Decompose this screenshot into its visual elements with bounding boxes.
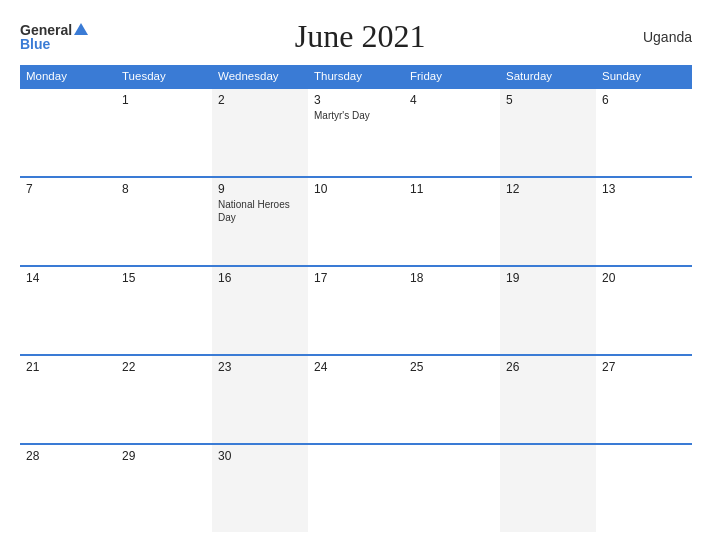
day-number: 27 (602, 360, 686, 374)
calendar-cell: 11 (404, 178, 500, 265)
calendar-event: Martyr's Day (314, 110, 370, 121)
day-number: 16 (218, 271, 302, 285)
page: General Blue June 2021 Uganda MondayTues… (0, 0, 712, 550)
calendar-cell: 24 (308, 356, 404, 443)
calendar-header-cell: Saturday (500, 65, 596, 87)
calendar-cell: 1 (116, 89, 212, 176)
day-number: 11 (410, 182, 494, 196)
day-number: 5 (506, 93, 590, 107)
calendar-cell: 3Martyr's Day (308, 89, 404, 176)
calendar-cell: 29 (116, 445, 212, 532)
calendar-body: 123Martyr's Day456789National Heroes Day… (20, 87, 692, 532)
calendar-cell: 30 (212, 445, 308, 532)
day-number: 23 (218, 360, 302, 374)
calendar-week: 123Martyr's Day456 (20, 87, 692, 176)
day-number: 7 (26, 182, 110, 196)
calendar-cell: 6 (596, 89, 692, 176)
calendar-cell: 16 (212, 267, 308, 354)
day-number: 20 (602, 271, 686, 285)
logo-general-text: General (20, 23, 72, 37)
day-number: 10 (314, 182, 398, 196)
day-number: 25 (410, 360, 494, 374)
calendar-cell: 10 (308, 178, 404, 265)
day-number: 26 (506, 360, 590, 374)
calendar-week: 21222324252627 (20, 354, 692, 443)
calendar-header-row: MondayTuesdayWednesdayThursdayFridaySatu… (20, 65, 692, 87)
day-number: 12 (506, 182, 590, 196)
calendar-header-cell: Sunday (596, 65, 692, 87)
calendar-cell: 28 (20, 445, 116, 532)
calendar-cell: 21 (20, 356, 116, 443)
calendar-cell: 18 (404, 267, 500, 354)
calendar-cell: 5 (500, 89, 596, 176)
logo-blue-text: Blue (20, 37, 50, 51)
day-number: 19 (506, 271, 590, 285)
day-number: 9 (218, 182, 302, 196)
day-number: 28 (26, 449, 110, 463)
month-title: June 2021 (88, 18, 632, 55)
calendar-header-cell: Wednesday (212, 65, 308, 87)
day-number: 30 (218, 449, 302, 463)
calendar-cell: 7 (20, 178, 116, 265)
day-number: 14 (26, 271, 110, 285)
day-number: 17 (314, 271, 398, 285)
calendar-header-cell: Monday (20, 65, 116, 87)
calendar-cell (20, 89, 116, 176)
day-number: 21 (26, 360, 110, 374)
calendar-cell: 22 (116, 356, 212, 443)
calendar-cell: 26 (500, 356, 596, 443)
calendar-cell: 15 (116, 267, 212, 354)
calendar-cell: 17 (308, 267, 404, 354)
calendar-cell: 20 (596, 267, 692, 354)
day-number: 2 (218, 93, 302, 107)
header: General Blue June 2021 Uganda (20, 18, 692, 55)
logo: General Blue (20, 23, 88, 51)
calendar-cell: 12 (500, 178, 596, 265)
calendar-cell: 2 (212, 89, 308, 176)
day-number: 6 (602, 93, 686, 107)
calendar-cell (596, 445, 692, 532)
day-number: 3 (314, 93, 398, 107)
calendar-cell: 25 (404, 356, 500, 443)
logo-text: General Blue (20, 23, 88, 51)
calendar-cell: 19 (500, 267, 596, 354)
day-number: 18 (410, 271, 494, 285)
calendar-event: National Heroes Day (218, 199, 290, 223)
calendar-cell (308, 445, 404, 532)
calendar-cell: 13 (596, 178, 692, 265)
day-number: 24 (314, 360, 398, 374)
calendar-cell: 23 (212, 356, 308, 443)
calendar-cell: 9National Heroes Day (212, 178, 308, 265)
day-number: 15 (122, 271, 206, 285)
day-number: 13 (602, 182, 686, 196)
day-number: 4 (410, 93, 494, 107)
calendar-cell (404, 445, 500, 532)
calendar-cell (500, 445, 596, 532)
day-number: 1 (122, 93, 206, 107)
calendar: MondayTuesdayWednesdayThursdayFridaySatu… (20, 65, 692, 532)
calendar-week: 14151617181920 (20, 265, 692, 354)
calendar-header-cell: Thursday (308, 65, 404, 87)
calendar-cell: 27 (596, 356, 692, 443)
calendar-header-cell: Tuesday (116, 65, 212, 87)
country-label: Uganda (632, 29, 692, 45)
calendar-cell: 14 (20, 267, 116, 354)
day-number: 8 (122, 182, 206, 196)
calendar-header-cell: Friday (404, 65, 500, 87)
calendar-cell: 4 (404, 89, 500, 176)
day-number: 29 (122, 449, 206, 463)
calendar-week: 282930 (20, 443, 692, 532)
logo-triangle-icon (74, 23, 88, 35)
day-number: 22 (122, 360, 206, 374)
calendar-cell: 8 (116, 178, 212, 265)
calendar-week: 789National Heroes Day10111213 (20, 176, 692, 265)
